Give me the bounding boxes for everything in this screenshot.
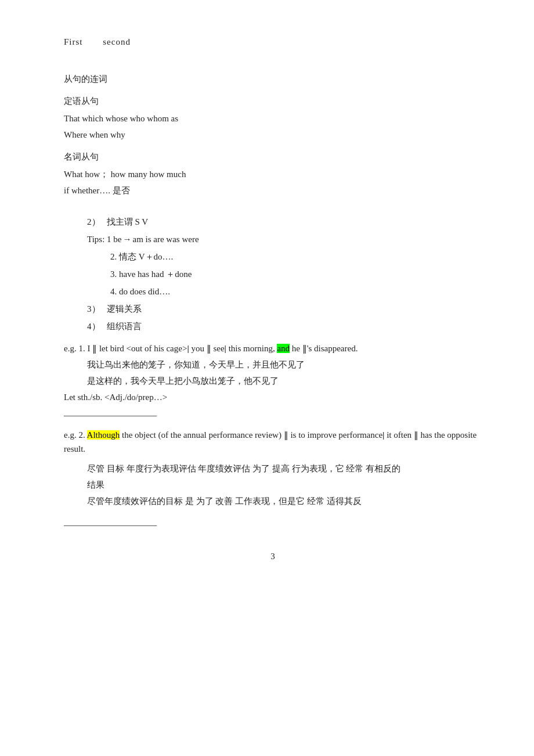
logic-relation-item: 3） 逻辑关系: [87, 302, 482, 316]
eg1-label: e.g. 1. I ‖ let bird <out of his cage>| …: [64, 344, 358, 353]
noun-clause-row2: if whether…. 是否: [64, 183, 482, 197]
logic-relation-label: 逻辑关系: [107, 304, 142, 314]
eg2-block: e.g. 2. Although the object (of the annu…: [64, 428, 482, 508]
eg2-zh1-text: 尽管 目标 年度行为表现评估 年度绩效评估 为了 提高 行为表现，它 经常 有相…: [87, 464, 400, 473]
page-number: 3: [64, 549, 482, 563]
eg2-zh1: 尽管 目标 年度行为表现评估 年度绩效评估 为了 提高 行为表现，它 经常 有相…: [87, 462, 482, 476]
find-sv-header: 2） 找主谓 S V: [87, 215, 482, 229]
noun-clause-row1: What how； how many how much: [64, 167, 482, 181]
eg1-zh1: 我让鸟出来他的笼子，你知道，今天早上，并且他不见了: [87, 358, 482, 372]
find-subject-section: 2） 找主谓 S V Tips: 1 be→am is are was were…: [87, 215, 482, 333]
section-label-conjunctions: 从句的连词: [64, 72, 482, 86]
divider-2: [64, 525, 157, 526]
and-highlight: and: [277, 344, 290, 353]
organize-language-item: 4） 组织语言: [87, 319, 482, 333]
section-num-4: 4）: [87, 319, 104, 333]
section-num-2: 2）: [87, 215, 104, 229]
attr-clause-row2: Where when why: [64, 128, 482, 142]
second-label: second: [103, 35, 131, 49]
eg1-block: e.g. 1. I ‖ let bird <out of his cage>| …: [64, 341, 482, 404]
eg2-zh2: 尽管年度绩效评估的目标 是 为了 改善 工作表现，但是它 经常 适得其反: [87, 494, 482, 508]
divider-1: [64, 416, 157, 416]
find-sv-title: 找主谓 S V: [107, 217, 148, 226]
eg2-zh1-suffix: 结果: [87, 478, 482, 492]
organize-language-label: 组织语言: [107, 322, 142, 331]
eg1-let-line: Let sth./sb. <Adj./do/prep…>: [64, 390, 482, 404]
first-label: First: [64, 35, 83, 49]
tips-suffix: am is are was were: [132, 235, 199, 244]
section-label-attr-clause: 定语从句: [64, 94, 482, 108]
section-label-noun-clause: 名词从句: [64, 150, 482, 164]
although-highlight: Although: [87, 430, 120, 440]
tips-line: Tips: 1 be→am is are was were: [87, 232, 482, 246]
conjunctions-section: 从句的连词 定语从句 That which whose who whom as …: [64, 72, 482, 197]
item-have: 3. have has had ＋done: [110, 267, 482, 281]
tips-prefix: Tips: 1 be: [87, 235, 121, 244]
section-num-3: 3）: [87, 302, 104, 316]
eg1-zh2: 是这样的，我今天早上把小鸟放出笼子，他不见了: [87, 374, 482, 388]
item-modal: 2. 情态 V＋do….: [110, 250, 482, 264]
first-second-line: First second: [64, 35, 482, 49]
eg2-label: e.g. 2. Although the object (of the annu…: [64, 430, 477, 453]
attr-clause-row1: That which whose who whom as: [64, 111, 482, 125]
eg1-line: e.g. 1. I ‖ let bird <out of his cage>| …: [64, 341, 482, 355]
arrow-icon: →: [122, 232, 131, 246]
eg2-line: e.g. 2. Although the object (of the annu…: [64, 428, 482, 456]
item-do: 4. do does did….: [110, 285, 482, 298]
